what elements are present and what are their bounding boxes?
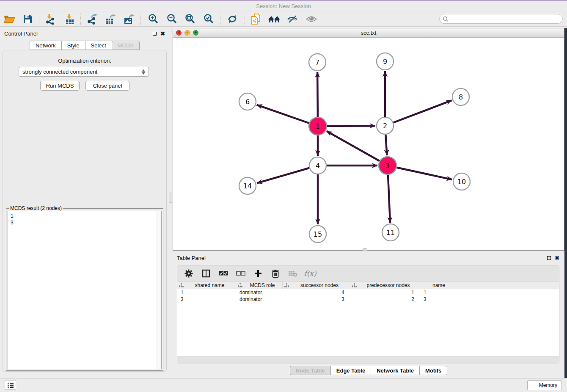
table-tabs: Node TableEdge TableNetwork TableMotifs (173, 366, 564, 375)
add-column-button[interactable] (253, 268, 264, 279)
window-close-button[interactable]: ✕ (176, 30, 182, 36)
table-cell: 2 (350, 296, 420, 303)
function-builder-button[interactable]: f(x) (305, 268, 316, 279)
zoom-selected-button[interactable] (202, 13, 215, 25)
graph-edge-2-8[interactable] (385, 100, 451, 126)
zoom-in-button[interactable] (146, 13, 160, 25)
function-icon: f(x) (304, 269, 316, 278)
mcds-result-title: MCDS result (2 nodes) (9, 205, 63, 211)
plus-icon (254, 270, 262, 277)
open-session-button[interactable] (3, 13, 16, 25)
zoom-in-icon (148, 14, 159, 25)
delete-table-icon (288, 270, 297, 277)
graph-edge-3-10[interactable] (388, 166, 452, 179)
window-zoom-button[interactable]: + (193, 30, 198, 36)
task-history-button[interactable] (5, 381, 16, 390)
tab-node-table[interactable]: Node Table (290, 366, 330, 375)
graph-node-label: 9 (383, 58, 387, 66)
graph-node-label: 2 (383, 122, 387, 130)
table-cell: 4 (283, 289, 350, 296)
tab-edge-table[interactable]: Edge Table (330, 366, 371, 375)
save-session-button[interactable] (21, 13, 34, 25)
unchecked-boxes-icon (236, 271, 245, 276)
graph-node-label: 14 (243, 182, 252, 190)
panel-splitter-handle[interactable] (169, 193, 172, 203)
toolbar-separator (140, 13, 141, 25)
table-frame: f(x) shared nameMCDS rolesuccessor nodes… (177, 265, 559, 364)
zoom-out-button[interactable] (165, 13, 179, 25)
column-header-MCDS-role[interactable]: MCDS role (236, 282, 283, 289)
table-cell: 3 (420, 296, 456, 303)
close-panel-icon[interactable]: ✖ (160, 32, 165, 36)
window-minimize-button[interactable]: − (184, 30, 190, 36)
toolbar-separator (245, 13, 245, 25)
zoom-fit-icon (184, 14, 195, 25)
float-panel-icon[interactable] (153, 32, 157, 36)
refresh-view-button[interactable] (226, 13, 239, 25)
graph-node-label: 7 (315, 58, 319, 66)
gear-icon (184, 269, 193, 278)
table-rows: 1dominator4113dominator323 (177, 289, 559, 303)
tab-style[interactable]: Style (61, 41, 85, 50)
zoom-fit-button[interactable] (183, 13, 197, 25)
export-image-button[interactable] (122, 13, 136, 25)
show-column-button[interactable] (201, 268, 212, 279)
table-row[interactable]: 3dominator323 (177, 296, 559, 303)
delete-table-button[interactable] (287, 268, 298, 279)
import-network-button[interactable] (43, 13, 57, 25)
column-header-name[interactable]: name (420, 282, 456, 289)
hide-graphics-details-button[interactable] (286, 13, 299, 25)
run-mcds-button[interactable]: Run MCDS (40, 81, 80, 91)
optimization-criterion-label: Optimization criterion: (0, 58, 169, 64)
result-scrollbar[interactable] (157, 211, 161, 369)
optimization-criterion-select[interactable]: strongly connected component (19, 67, 149, 77)
close-panel-button[interactable]: Close panel (85, 81, 129, 91)
toolbar-separator (39, 13, 39, 25)
graph-node-label: 4 (316, 162, 320, 170)
close-panel-icon[interactable]: ✖ (555, 256, 559, 260)
graph-edge-4-14[interactable] (257, 166, 318, 183)
column-header-successor-nodes[interactable]: successor nodes (283, 282, 350, 289)
tab-motifs[interactable]: Motifs (419, 366, 447, 375)
import-table-button[interactable] (63, 13, 77, 25)
network-window-titlebar[interactable]: scc.txt ✕ − + (173, 28, 564, 38)
column-header-predecessor-nodes[interactable]: predecessor nodes (350, 282, 420, 289)
deselect-all-columns-button[interactable] (235, 268, 246, 279)
table-row[interactable]: 1dominator411 (177, 289, 559, 296)
tab-select[interactable]: Select (85, 41, 112, 50)
export-network-button[interactable] (85, 13, 99, 25)
tab-network-table[interactable]: Network Table (371, 366, 419, 375)
delete-column-button[interactable] (270, 268, 281, 279)
list-icon (7, 382, 14, 388)
home-button[interactable] (267, 13, 281, 25)
import-network-icon (44, 14, 55, 25)
graph-edge-1-6[interactable] (257, 105, 318, 126)
attribute-tree-icon (179, 283, 184, 287)
select-all-columns-button[interactable] (218, 268, 229, 279)
open-folder-icon (3, 14, 15, 24)
network-window: scc.txt ✕ − + 7968124314101511 (173, 28, 564, 251)
attribute-tree-icon (352, 283, 357, 287)
table-cell: dominator (236, 296, 283, 303)
search-input[interactable] (450, 15, 562, 23)
export-network-icon (86, 14, 98, 25)
tab-network[interactable]: Network (30, 41, 61, 50)
memory-button[interactable]: Memory (527, 380, 562, 390)
search-box (439, 14, 563, 24)
show-graphics-details-button[interactable] (305, 13, 318, 25)
float-panel-icon[interactable] (547, 256, 551, 260)
export-table-button[interactable] (104, 13, 117, 25)
home-icon (267, 14, 281, 24)
clone-network-button[interactable] (249, 13, 263, 25)
column-header-shared-name[interactable]: shared name (177, 282, 236, 289)
table-panel: Table Panel ✖ (173, 251, 564, 378)
control-panel-header: Control Panel ✖ (0, 27, 169, 41)
graph-edge-3-1[interactable] (327, 131, 388, 166)
settings-button[interactable] (183, 268, 194, 279)
tab-mcds[interactable]: MCDS (112, 41, 140, 50)
network-graph[interactable]: 7968124314101511 (173, 38, 564, 250)
search-icon (443, 16, 449, 22)
toolbar-separator (80, 13, 81, 25)
trash-icon (272, 269, 279, 278)
network-window-title: scc.txt (173, 30, 564, 36)
